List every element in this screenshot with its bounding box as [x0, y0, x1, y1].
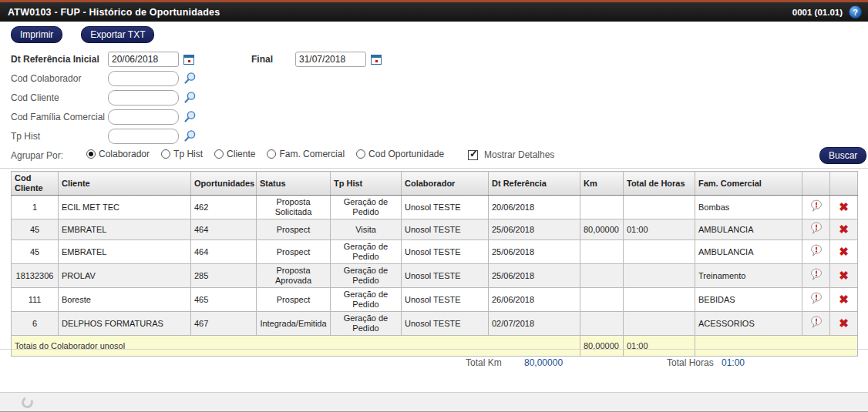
- checkbox-icon[interactable]: ✓: [468, 150, 478, 160]
- exportar-txt-button[interactable]: Exportar TXT: [81, 26, 154, 43]
- app-window: ATW0103 - FUP - Histórico de Oportunidad…: [0, 0, 868, 412]
- history-note-icon[interactable]: [802, 312, 830, 336]
- cell-status: Proposta Aprovada: [257, 264, 331, 288]
- dt-referencia-inicial-input[interactable]: [108, 52, 179, 67]
- cell-cliente: Boreste: [59, 288, 191, 312]
- cell-fam-comercial: Treinamento: [695, 264, 802, 288]
- tp-hist-input[interactable]: [108, 129, 179, 144]
- toolbar: Imprimir Exportar TXT: [11, 26, 154, 43]
- cod-familia-comercial-input[interactable]: [108, 109, 179, 125]
- table-row: 111Boreste465ProspectGeração de PedidoUn…: [12, 288, 858, 312]
- cell-km: [580, 196, 624, 219]
- cod-cliente-row: Cod Cliente: [11, 89, 197, 106]
- buscar-button[interactable]: Buscar: [819, 147, 866, 164]
- radio-cliente[interactable]: Cliente: [214, 149, 255, 159]
- cell-km: [580, 288, 624, 312]
- table-row: 45EMBRATEL464ProspectGeração de PedidoUn…: [12, 240, 858, 264]
- final-input[interactable]: [295, 52, 366, 67]
- title-bar: ATW0103 - FUP - Histórico de Oportunidad…: [0, 2, 868, 22]
- radio-icon[interactable]: [161, 149, 170, 159]
- totals-km: 80,00000: [580, 336, 624, 357]
- radio-icon[interactable]: [214, 149, 224, 159]
- radio-label: Colaborador: [99, 149, 150, 159]
- cell-total-horas: 01:00: [624, 219, 695, 240]
- table-row: 45EMBRATEL464ProspectVisitaUnosol TESTE2…: [12, 219, 858, 240]
- radio-label: Tp Hist: [173, 149, 203, 159]
- radio-tp-hist[interactable]: Tp Hist: [161, 149, 203, 159]
- delete-icon[interactable]: ✖: [830, 196, 858, 219]
- version-label: 0001 (01.01): [792, 8, 843, 17]
- calendar-icon[interactable]: [371, 54, 382, 65]
- cell-status: Proposta Solicitada: [257, 196, 331, 219]
- total-horas-label: Total Horas: [667, 357, 714, 368]
- cell-oportunidades: 462: [191, 196, 257, 219]
- agrupar-por-label: Agrupar Por:: [11, 150, 63, 161]
- totals-horas: 01:00: [624, 336, 695, 357]
- column-header-cod-cliente: Cod Cliente: [12, 172, 59, 196]
- cod-cliente-input[interactable]: [108, 90, 179, 106]
- cell-oportunidades: 464: [191, 240, 257, 264]
- cell-cod-cliente: 18132306: [12, 264, 59, 288]
- history-note-icon[interactable]: [802, 264, 830, 288]
- radio-fam-comercial[interactable]: Fam. Comercial: [267, 149, 345, 159]
- cell-cliente: DELPHOS FORMATURAS: [59, 312, 191, 336]
- delete-icon[interactable]: ✖: [830, 312, 858, 336]
- cell-dt-referencia: 25/06/2018: [489, 240, 580, 264]
- delete-icon[interactable]: ✖: [830, 219, 858, 240]
- search-icon[interactable]: [183, 110, 197, 123]
- cell-colaborador: Unosol TESTE: [402, 219, 489, 240]
- radio-icon[interactable]: [267, 149, 276, 159]
- column-header-fam-comercial: Fam. Comercial: [695, 172, 802, 196]
- totals-filler: [695, 336, 858, 357]
- delete-icon[interactable]: ✖: [830, 288, 858, 312]
- search-icon[interactable]: [183, 72, 197, 85]
- cell-tp-hist: Geração de Pedido: [331, 264, 402, 288]
- help-icon[interactable]: ?: [849, 5, 862, 18]
- column-header-cliente: Cliente: [59, 172, 191, 196]
- radio-cod-oportunidade[interactable]: Cod Oportunidade: [356, 149, 444, 159]
- cell-cod-cliente: 111: [12, 288, 59, 312]
- cell-colaborador: Unosol TESTE: [402, 264, 489, 288]
- column-header-icons: [830, 172, 858, 196]
- column-header-dt-refer-ncia: Dt Referência: [489, 172, 580, 196]
- column-header-colaborador: Colaborador: [402, 172, 489, 196]
- radio-label: Cod Oportunidade: [368, 149, 444, 159]
- status-bar: [0, 392, 868, 412]
- radio-colaborador[interactable]: Colaborador: [86, 149, 150, 159]
- calendar-icon[interactable]: [183, 54, 194, 65]
- cell-oportunidades: 285: [191, 264, 257, 288]
- loading-spinner-icon: [20, 395, 35, 410]
- agrupar-por-radio-group: ColaboradorTp HistClienteFam. ComercialC…: [86, 149, 444, 159]
- delete-icon[interactable]: ✖: [830, 240, 858, 264]
- history-note-icon[interactable]: [802, 288, 830, 312]
- table-row: 18132306PROLAV285Proposta AprovadaGeraçã…: [12, 264, 858, 288]
- summary-row: Total Km 80,00000 Total Horas 01:00: [0, 357, 868, 370]
- imprimir-button[interactable]: Imprimir: [11, 26, 62, 43]
- cell-colaborador: Unosol TESTE: [402, 240, 489, 264]
- cell-tp-hist: Geração de Pedido: [331, 312, 402, 336]
- history-note-icon[interactable]: [802, 240, 830, 264]
- delete-icon[interactable]: ✖: [830, 264, 858, 288]
- cod-colaborador-input[interactable]: [108, 71, 179, 86]
- cell-fam-comercial: Bombas: [695, 196, 802, 219]
- dt-referencia-inicial-label: Dt Referência Inicial: [11, 54, 108, 65]
- search-icon[interactable]: [183, 91, 197, 104]
- total-horas-value: 01:00: [722, 357, 745, 368]
- cell-total-horas: [624, 196, 695, 219]
- history-note-icon[interactable]: [802, 219, 830, 240]
- radio-icon[interactable]: [356, 149, 365, 159]
- cell-colaborador: Unosol TESTE: [402, 288, 489, 312]
- results-table: Cod ClienteClienteOportunidadesStatusTp …: [11, 171, 858, 357]
- cod-colaborador-row: Cod Colaborador: [11, 70, 197, 86]
- cell-cliente: PROLAV: [59, 264, 191, 288]
- cell-fam-comercial: BEBIDAS: [695, 288, 802, 312]
- cod-familia-comercial-label: Cod Família Comercial: [11, 112, 108, 122]
- column-header-icons: [802, 172, 830, 196]
- history-note-icon[interactable]: [802, 196, 830, 219]
- radio-label: Cliente: [227, 149, 255, 159]
- mostrar-detalhes-checkbox[interactable]: ✓ Mostrar Detalhes: [468, 149, 554, 160]
- radio-icon[interactable]: [86, 149, 96, 159]
- divider: [0, 349, 868, 350]
- search-icon[interactable]: [183, 129, 197, 142]
- cell-status: Prospect: [257, 288, 331, 312]
